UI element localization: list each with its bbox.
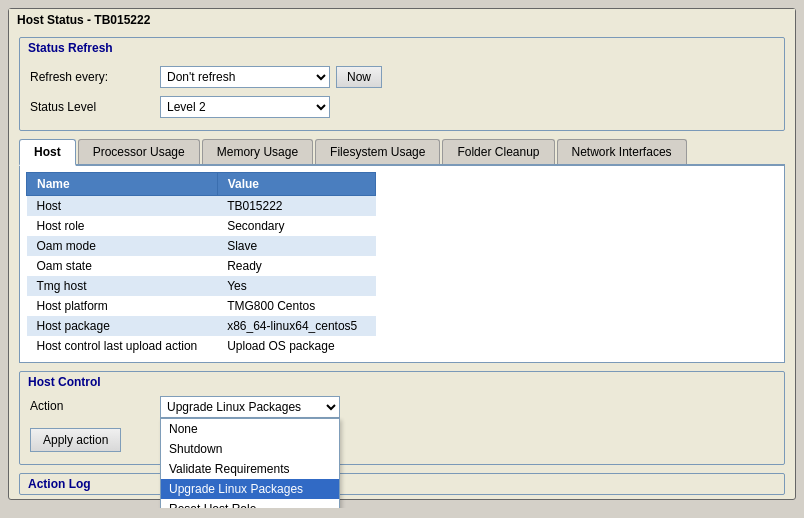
table-row: Host packagex86_64-linux64_centos5 (27, 316, 376, 336)
tab-filesystem[interactable]: Filesystem Usage (315, 139, 440, 164)
refresh-select[interactable]: Don't refresh 5 seconds 10 seconds 30 se… (160, 66, 330, 88)
table-row: Host control last upload actionUpload OS… (27, 336, 376, 356)
action-log-panel: Action Log (19, 473, 785, 495)
cell-name: Host (27, 196, 218, 217)
tab-bar: Host Processor Usage Memory Usage Filesy… (19, 139, 785, 166)
status-refresh-title: Status Refresh (20, 38, 784, 58)
action-dropdown-list: None Shutdown Validate Requirements Upgr… (160, 418, 340, 508)
table-row: Tmg hostYes (27, 276, 376, 296)
level-select[interactable]: Level 1 Level 2 Level 3 (160, 96, 330, 118)
dropdown-item-upgrade[interactable]: Upgrade Linux Packages (161, 479, 339, 499)
cell-name: Host platform (27, 296, 218, 316)
tab-folder[interactable]: Folder Cleanup (442, 139, 554, 164)
col-value: Value (217, 173, 375, 196)
dropdown-item-shutdown[interactable]: Shutdown (161, 439, 339, 459)
host-table: Name Value HostTB015222Host roleSecondar… (26, 172, 376, 356)
cell-name: Host role (27, 216, 218, 236)
host-control-title: Host Control (20, 372, 784, 392)
refresh-row: Refresh every: Don't refresh 5 seconds 1… (20, 62, 784, 92)
cell-name: Host package (27, 316, 218, 336)
action-select[interactable]: None Shutdown Validate Requirements Upgr… (160, 396, 340, 418)
cell-value: TMG800 Centos (217, 296, 375, 316)
table-row: Host platformTMG800 Centos (27, 296, 376, 316)
cell-name: Oam state (27, 256, 218, 276)
cell-value: Ready (217, 256, 375, 276)
action-log-title: Action Log (20, 474, 784, 494)
cell-value: Secondary (217, 216, 375, 236)
cell-value: Yes (217, 276, 375, 296)
tab-content-host: Name Value HostTB015222Host roleSecondar… (19, 166, 785, 363)
table-row: Oam stateReady (27, 256, 376, 276)
refresh-label: Refresh every: (30, 70, 160, 84)
col-name: Name (27, 173, 218, 196)
action-select-wrap: None Shutdown Validate Requirements Upgr… (160, 396, 340, 418)
table-row: Host roleSecondary (27, 216, 376, 236)
status-level-label: Status Level (30, 100, 160, 114)
cell-name: Oam mode (27, 236, 218, 256)
cell-value: Slave (217, 236, 375, 256)
cell-value: x86_64-linux64_centos5 (217, 316, 375, 336)
table-row: Oam modeSlave (27, 236, 376, 256)
window-title: Host Status - TB015222 (9, 9, 795, 31)
dropdown-item-reset[interactable]: Reset Host Role (161, 499, 339, 508)
tab-network[interactable]: Network Interfaces (557, 139, 687, 164)
host-control-panel: Host Control Action None Shutdown Valida… (19, 371, 785, 465)
now-button[interactable]: Now (336, 66, 382, 88)
table-row: HostTB015222 (27, 196, 376, 217)
status-level-row: Status Level Level 1 Level 2 Level 3 (20, 92, 784, 122)
dropdown-item-validate[interactable]: Validate Requirements (161, 459, 339, 479)
tab-memory[interactable]: Memory Usage (202, 139, 313, 164)
main-panel: Host Status - TB015222 Status Refresh Re… (8, 8, 796, 500)
status-refresh-panel: Status Refresh Refresh every: Don't refr… (19, 37, 785, 131)
cell-name: Host control last upload action (27, 336, 218, 356)
apply-action-button[interactable]: Apply action (30, 428, 121, 452)
dropdown-item-none[interactable]: None (161, 419, 339, 439)
tab-processor[interactable]: Processor Usage (78, 139, 200, 164)
action-row: Action None Shutdown Validate Requiremen… (20, 392, 784, 422)
cell-value: TB015222 (217, 196, 375, 217)
cell-name: Tmg host (27, 276, 218, 296)
action-label: Action (30, 396, 160, 413)
tab-host[interactable]: Host (19, 139, 76, 166)
cell-value: Upload OS package (217, 336, 375, 356)
